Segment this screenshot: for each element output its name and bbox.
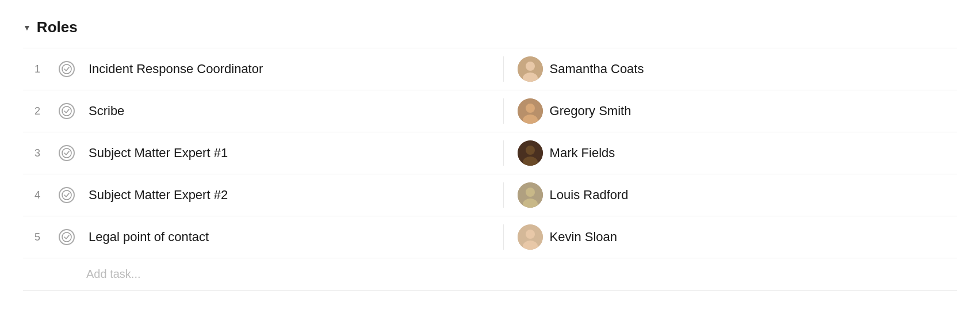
avatar — [518, 182, 543, 208]
roles-table: 1 Incident Response Coordinator S — [23, 48, 957, 291]
assignee-name: Samantha Coats — [550, 62, 644, 77]
role-name: Legal point of contact — [82, 216, 496, 258]
section-title: Roles — [37, 18, 78, 36]
svg-point-18 — [526, 230, 535, 239]
row-number: 4 — [23, 174, 52, 216]
check-icon — [59, 103, 75, 119]
check-icon — [59, 187, 75, 203]
table-row[interactable]: 4 Subject Matter Expert #2 Louis — [23, 174, 957, 216]
role-name: Subject Matter Expert #2 — [82, 174, 496, 216]
roles-section: ▼ Roles 1 Incident Response Coordinator — [0, 0, 980, 309]
section-header: ▼ Roles — [23, 18, 957, 36]
row-number: 2 — [23, 90, 52, 132]
check-icon — [59, 61, 75, 77]
check-icon — [59, 145, 75, 161]
assignee-cell: Louis Radford — [496, 174, 957, 216]
svg-point-8 — [62, 148, 71, 158]
svg-point-16 — [62, 232, 71, 242]
svg-point-12 — [62, 190, 71, 200]
svg-point-0 — [62, 64, 71, 74]
svg-point-4 — [62, 106, 71, 116]
assignee-name: Mark Fields — [550, 146, 615, 161]
avatar — [518, 224, 543, 250]
svg-point-10 — [526, 146, 535, 155]
svg-point-2 — [526, 62, 535, 71]
assignee-cell: Gregory Smith — [496, 90, 957, 132]
svg-point-14 — [526, 188, 535, 197]
avatar — [518, 56, 543, 82]
collapse-icon[interactable]: ▼ — [23, 23, 31, 32]
table-row[interactable]: 1 Incident Response Coordinator S — [23, 48, 957, 90]
add-task-cell: Add task... — [23, 258, 957, 291]
assignee-cell: Mark Fields — [496, 132, 957, 174]
assignee-cell: Kevin Sloan — [496, 216, 957, 258]
row-number: 3 — [23, 132, 52, 174]
table-row[interactable]: 3 Subject Matter Expert #1 Mark F — [23, 132, 957, 174]
check-icon — [59, 229, 75, 245]
assignee-cell: Samantha Coats — [496, 48, 957, 90]
assignee-name: Louis Radford — [550, 188, 629, 203]
check-cell — [52, 132, 82, 174]
check-cell — [52, 48, 82, 90]
role-name: Incident Response Coordinator — [82, 48, 496, 90]
check-cell — [52, 216, 82, 258]
add-task-row[interactable]: Add task... — [23, 258, 957, 291]
assignee-name: Kevin Sloan — [550, 230, 617, 245]
avatar — [518, 98, 543, 124]
add-task-label[interactable]: Add task... — [86, 268, 141, 280]
check-cell — [52, 174, 82, 216]
avatar — [518, 140, 543, 166]
row-number: 5 — [23, 216, 52, 258]
role-name: Subject Matter Expert #1 — [82, 132, 496, 174]
assignee-name: Gregory Smith — [550, 104, 631, 119]
role-name: Scribe — [82, 90, 496, 132]
table-row[interactable]: 5 Legal point of contact Kevin Sl — [23, 216, 957, 258]
row-number: 1 — [23, 48, 52, 90]
svg-point-6 — [526, 104, 535, 113]
check-cell — [52, 90, 82, 132]
table-row[interactable]: 2 Scribe Gregory Smith — [23, 90, 957, 132]
